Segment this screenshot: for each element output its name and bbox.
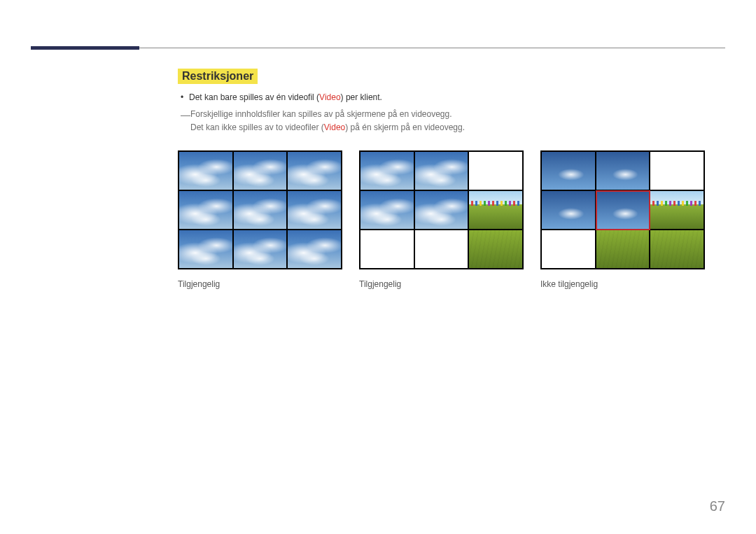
figure-1: Tilgjengelig [178, 150, 342, 289]
figure-3: Ikke tilgjengelig [540, 150, 705, 289]
note-block: ― Forskjellige innholdsfiler kan spilles… [190, 108, 725, 134]
section-heading: Restriksjoner [178, 69, 258, 84]
page-content: Restriksjoner Det kan bare spilles av én… [178, 69, 725, 289]
note-line-1: Forskjellige innholdsfiler kan spilles a… [190, 108, 725, 121]
screen-cell [360, 191, 414, 229]
screen-cell [234, 152, 287, 190]
note-line-2-pre: Det kan ikke spilles av to videofiler ( [190, 122, 324, 132]
screen-cell [542, 152, 595, 190]
figure-2: Tilgjengelig [359, 150, 524, 289]
videowall-grid-2 [359, 150, 524, 269]
screen-cell [596, 230, 650, 268]
screen-cell [288, 230, 341, 268]
screen-cell [469, 230, 522, 268]
bullet-text-pre: Det kan bare spilles av én videofil ( [189, 92, 319, 102]
screen-cell [596, 191, 650, 229]
note-line-2: Det kan ikke spilles av to videofiler (V… [190, 121, 725, 134]
screen-cell-empty [415, 230, 468, 268]
screen-cell [360, 152, 414, 190]
screen-cell [179, 191, 232, 229]
figures-row: Tilgjengelig Tilgjengelig [178, 150, 725, 289]
video-keyword: Video [319, 92, 340, 102]
screen-cell [542, 191, 595, 229]
screen-cell [288, 152, 341, 190]
bullet-text-post: ) per klient. [341, 92, 382, 102]
bullet-list: Det kan bare spilles av én videofil (Vid… [178, 92, 725, 134]
dash-icon: ― [181, 108, 190, 123]
screen-cell-empty [650, 152, 704, 190]
screen-cell-empty [542, 230, 595, 268]
screen-cell [179, 152, 232, 190]
figure-caption: Ikke tilgjengelig [540, 279, 705, 289]
screen-cell [179, 230, 232, 268]
screen-cell [415, 191, 468, 229]
video-keyword: Video [324, 122, 345, 132]
screen-cell [288, 191, 341, 229]
note-line-2-post: ) på én skjerm på en videovegg. [345, 122, 465, 132]
bullet-item: Det kan bare spilles av én videofil (Vid… [189, 92, 725, 102]
screen-cell-empty [469, 152, 522, 190]
page-number: 67 [710, 498, 725, 514]
screen-cell-empty [360, 230, 414, 268]
figure-caption: Tilgjengelig [178, 279, 342, 289]
videowall-grid-1 [178, 150, 342, 269]
screen-cell [596, 152, 650, 190]
screen-cell [234, 230, 287, 268]
screen-cell [415, 152, 468, 190]
figure-caption: Tilgjengelig [359, 279, 524, 289]
screen-cell [234, 191, 287, 229]
videowall-grid-3 [540, 150, 705, 269]
screen-cell [650, 230, 704, 268]
header-accent-bar [31, 46, 139, 50]
screen-cell [650, 191, 704, 229]
screen-cell [469, 191, 522, 229]
